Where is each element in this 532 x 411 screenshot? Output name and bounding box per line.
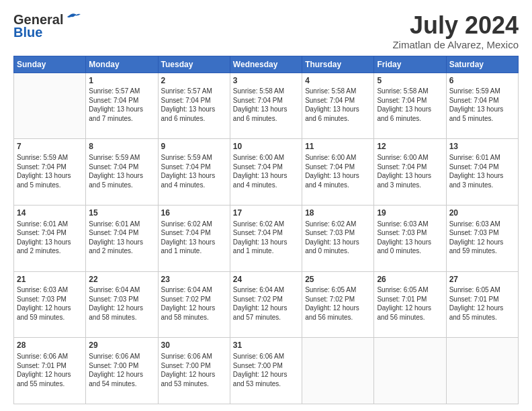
calendar-cell: 28Sunrise: 6:06 AM Sunset: 7:01 PM Dayli… <box>14 338 86 404</box>
day-content: Sunrise: 6:05 AM Sunset: 7:02 PM Dayligh… <box>305 285 371 322</box>
calendar-cell <box>14 73 86 139</box>
week-row-2: 7Sunrise: 5:59 AM Sunset: 7:04 PM Daylig… <box>14 139 519 205</box>
location: Zimatlan de Alvarez, Mexico <box>392 39 519 50</box>
calendar-cell: 1Sunrise: 5:57 AM Sunset: 7:04 PM Daylig… <box>86 73 158 139</box>
day-number: 28 <box>17 340 83 351</box>
day-content: Sunrise: 6:06 AM Sunset: 7:00 PM Dayligh… <box>161 352 227 388</box>
calendar-cell: 16Sunrise: 6:02 AM Sunset: 7:04 PM Dayli… <box>158 205 230 271</box>
col-sunday: Sunday <box>14 56 86 73</box>
calendar-cell <box>374 338 446 404</box>
day-content: Sunrise: 6:00 AM Sunset: 7:04 PM Dayligh… <box>377 153 443 189</box>
calendar-cell: 27Sunrise: 6:05 AM Sunset: 7:01 PM Dayli… <box>446 271 518 338</box>
day-content: Sunrise: 5:57 AM Sunset: 7:04 PM Dayligh… <box>161 87 227 123</box>
calendar-cell: 3Sunrise: 5:58 AM Sunset: 7:04 PM Daylig… <box>230 73 302 139</box>
day-number: 16 <box>161 208 227 219</box>
calendar-cell: 22Sunrise: 6:04 AM Sunset: 7:03 PM Dayli… <box>86 271 158 338</box>
day-number: 29 <box>89 340 154 351</box>
day-number: 21 <box>17 274 83 285</box>
calendar-cell <box>302 338 374 404</box>
calendar-cell: 30Sunrise: 6:06 AM Sunset: 7:00 PM Dayli… <box>158 338 230 404</box>
calendar-cell: 31Sunrise: 6:06 AM Sunset: 7:00 PM Dayli… <box>230 338 302 404</box>
calendar-cell: 10Sunrise: 6:00 AM Sunset: 7:04 PM Dayli… <box>230 139 302 205</box>
day-number: 17 <box>233 208 299 219</box>
week-row-1: 1Sunrise: 5:57 AM Sunset: 7:04 PM Daylig… <box>14 73 519 139</box>
day-content: Sunrise: 6:02 AM Sunset: 7:04 PM Dayligh… <box>161 220 227 256</box>
day-number: 27 <box>449 274 515 285</box>
day-number: 4 <box>305 75 371 87</box>
day-content: Sunrise: 6:06 AM Sunset: 7:00 PM Dayligh… <box>89 352 154 388</box>
day-number: 24 <box>233 274 299 285</box>
day-content: Sunrise: 6:04 AM Sunset: 7:03 PM Dayligh… <box>89 285 154 322</box>
day-content: Sunrise: 6:06 AM Sunset: 7:01 PM Dayligh… <box>17 352 83 388</box>
page: General Blue July 2024 Zimatlan de Alvar… <box>0 0 532 411</box>
day-number: 22 <box>89 274 154 285</box>
day-number: 3 <box>233 75 299 87</box>
calendar-cell: 15Sunrise: 6:01 AM Sunset: 7:04 PM Dayli… <box>86 205 158 271</box>
calendar-cell <box>446 338 518 404</box>
col-saturday: Saturday <box>446 56 518 73</box>
day-number: 26 <box>377 274 443 285</box>
day-number: 5 <box>377 75 443 87</box>
week-row-5: 28Sunrise: 6:06 AM Sunset: 7:01 PM Dayli… <box>14 338 519 404</box>
calendar-cell: 21Sunrise: 6:03 AM Sunset: 7:03 PM Dayli… <box>14 271 86 338</box>
calendar-cell: 20Sunrise: 6:03 AM Sunset: 7:03 PM Dayli… <box>446 205 518 271</box>
calendar-cell: 23Sunrise: 6:04 AM Sunset: 7:02 PM Dayli… <box>158 271 230 338</box>
calendar-cell: 12Sunrise: 6:00 AM Sunset: 7:04 PM Dayli… <box>374 139 446 205</box>
day-number: 18 <box>305 208 371 219</box>
calendar-body: 1Sunrise: 5:57 AM Sunset: 7:04 PM Daylig… <box>14 73 519 404</box>
day-number: 6 <box>449 75 515 87</box>
col-monday: Monday <box>86 56 158 73</box>
calendar-cell: 19Sunrise: 6:03 AM Sunset: 7:03 PM Dayli… <box>374 205 446 271</box>
day-number: 10 <box>233 141 299 152</box>
calendar-cell: 14Sunrise: 6:01 AM Sunset: 7:04 PM Dayli… <box>14 205 86 271</box>
day-number: 31 <box>233 340 299 351</box>
calendar-cell: 6Sunrise: 5:59 AM Sunset: 7:04 PM Daylig… <box>446 73 518 139</box>
day-number: 9 <box>161 141 227 152</box>
day-content: Sunrise: 6:01 AM Sunset: 7:04 PM Dayligh… <box>89 220 154 256</box>
calendar-cell: 29Sunrise: 6:06 AM Sunset: 7:00 PM Dayli… <box>86 338 158 404</box>
day-number: 13 <box>449 141 515 152</box>
day-content: Sunrise: 6:01 AM Sunset: 7:04 PM Dayligh… <box>17 220 83 256</box>
day-number: 25 <box>305 274 371 285</box>
calendar-cell: 4Sunrise: 5:58 AM Sunset: 7:04 PM Daylig… <box>302 73 374 139</box>
day-number: 19 <box>377 208 443 219</box>
header: General Blue July 2024 Zimatlan de Alvar… <box>13 12 519 50</box>
day-number: 8 <box>89 141 154 152</box>
calendar-cell: 24Sunrise: 6:04 AM Sunset: 7:02 PM Dayli… <box>230 271 302 338</box>
day-content: Sunrise: 6:00 AM Sunset: 7:04 PM Dayligh… <box>233 153 299 189</box>
day-content: Sunrise: 6:02 AM Sunset: 7:03 PM Dayligh… <box>305 220 371 256</box>
title-block: July 2024 Zimatlan de Alvarez, Mexico <box>392 12 519 50</box>
day-content: Sunrise: 6:02 AM Sunset: 7:04 PM Dayligh… <box>233 220 299 256</box>
day-number: 23 <box>161 274 227 285</box>
day-content: Sunrise: 5:59 AM Sunset: 7:04 PM Dayligh… <box>89 153 154 189</box>
day-content: Sunrise: 5:58 AM Sunset: 7:04 PM Dayligh… <box>233 87 299 123</box>
day-content: Sunrise: 5:59 AM Sunset: 7:04 PM Dayligh… <box>449 87 515 123</box>
day-content: Sunrise: 6:04 AM Sunset: 7:02 PM Dayligh… <box>161 285 227 322</box>
day-number: 15 <box>89 208 154 219</box>
day-number: 7 <box>17 141 83 152</box>
day-content: Sunrise: 6:03 AM Sunset: 7:03 PM Dayligh… <box>17 285 83 322</box>
day-content: Sunrise: 6:04 AM Sunset: 7:02 PM Dayligh… <box>233 285 299 322</box>
calendar-cell: 17Sunrise: 6:02 AM Sunset: 7:04 PM Dayli… <box>230 205 302 271</box>
day-content: Sunrise: 6:05 AM Sunset: 7:01 PM Dayligh… <box>449 285 515 322</box>
day-content: Sunrise: 6:05 AM Sunset: 7:01 PM Dayligh… <box>377 285 443 322</box>
calendar-cell: 11Sunrise: 6:00 AM Sunset: 7:04 PM Dayli… <box>302 139 374 205</box>
month-year: July 2024 <box>392 12 519 39</box>
col-friday: Friday <box>374 56 446 73</box>
header-row: Sunday Monday Tuesday Wednesday Thursday… <box>14 56 519 73</box>
calendar-cell: 26Sunrise: 6:05 AM Sunset: 7:01 PM Dayli… <box>374 271 446 338</box>
day-content: Sunrise: 5:57 AM Sunset: 7:04 PM Dayligh… <box>89 87 154 123</box>
calendar-cell: 5Sunrise: 5:58 AM Sunset: 7:04 PM Daylig… <box>374 73 446 139</box>
calendar-cell: 8Sunrise: 5:59 AM Sunset: 7:04 PM Daylig… <box>86 139 158 205</box>
day-content: Sunrise: 5:59 AM Sunset: 7:04 PM Dayligh… <box>17 153 83 189</box>
calendar-cell: 18Sunrise: 6:02 AM Sunset: 7:03 PM Dayli… <box>302 205 374 271</box>
calendar-cell: 2Sunrise: 5:57 AM Sunset: 7:04 PM Daylig… <box>158 73 230 139</box>
day-number: 12 <box>377 141 443 152</box>
day-number: 2 <box>161 75 227 87</box>
week-row-3: 14Sunrise: 6:01 AM Sunset: 7:04 PM Dayli… <box>14 205 519 271</box>
calendar-cell: 9Sunrise: 5:59 AM Sunset: 7:04 PM Daylig… <box>158 139 230 205</box>
calendar-cell: 25Sunrise: 6:05 AM Sunset: 7:02 PM Dayli… <box>302 271 374 338</box>
day-content: Sunrise: 5:58 AM Sunset: 7:04 PM Dayligh… <box>377 87 443 123</box>
logo: General Blue <box>13 12 81 40</box>
day-number: 11 <box>305 141 371 152</box>
